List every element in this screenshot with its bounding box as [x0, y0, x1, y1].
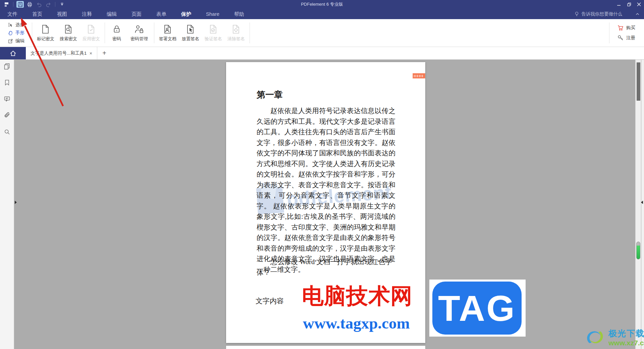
menu-page[interactable]: 页面: [124, 9, 149, 19]
home-icon: [9, 50, 17, 57]
hand-tool[interactable]: 手形: [8, 30, 24, 36]
protect-ribbon-toolbar: 选择 手形 编辑 标记密文 搜索密文 应用密文 密码: [0, 19, 644, 47]
key-icon: [618, 35, 624, 41]
sign-document-button[interactable]: 签署文档: [156, 19, 179, 47]
select-cursor-icon: [8, 22, 13, 28]
document-tab-title: 文字是人类用符号...和工具1: [31, 50, 88, 56]
menu-home[interactable]: 首页: [25, 9, 50, 19]
mark-redaction-icon: [41, 24, 51, 34]
select-tool[interactable]: 选择: [8, 22, 24, 28]
document-tab-bar: 文字是人类用符号...和工具1 × +: [0, 47, 644, 60]
divider: [154, 22, 154, 43]
content-label: 文字内容: [256, 296, 284, 306]
swirl-logo-icon: [584, 327, 606, 348]
scrollbar-thumb[interactable]: [637, 62, 640, 101]
minimize-button[interactable]: [614, 0, 624, 8]
search-panel-icon[interactable]: [3, 128, 11, 136]
home-tab-button[interactable]: [0, 47, 26, 59]
site-banner-name: 电脑技术网: [302, 281, 413, 311]
attachments-panel-icon[interactable]: [3, 112, 11, 119]
tab-close-icon[interactable]: ×: [88, 50, 94, 57]
chapter-heading: 第一章: [257, 89, 283, 101]
redo-button[interactable]: [45, 1, 52, 8]
tell-me-search[interactable]: 告诉我你想要做什么: [574, 11, 623, 17]
download-site-url: www.xz7.com: [608, 339, 644, 347]
validate-signature-icon: [208, 24, 218, 34]
title-bar: PDFelement 6 专业版: [0, 0, 644, 9]
main-workspace: 第一章 pdfelement 赵依依是人类用符号记录表达信息以传之久远的方式和工…: [0, 60, 644, 349]
mode-tools: 选择 手形 编辑: [8, 19, 30, 47]
menu-form[interactable]: 表单: [149, 9, 174, 19]
tag-logo-strip: TAG: [429, 280, 526, 337]
save-button[interactable]: [16, 1, 24, 8]
restore-button[interactable]: [624, 0, 634, 8]
app-logo-icon[interactable]: [3, 1, 10, 8]
menu-help[interactable]: 帮助: [227, 9, 252, 19]
menu-view[interactable]: 视图: [50, 9, 74, 19]
comments-panel-icon[interactable]: [3, 95, 11, 103]
download-site-badge: 极光下载站 www.xz7.com: [584, 327, 644, 348]
print-button[interactable]: [26, 1, 33, 8]
customize-toolbar-dropdown-icon[interactable]: [58, 1, 66, 8]
apply-redaction-icon: [86, 24, 96, 34]
menu-bar: 文件 首页 视图 注释 编辑 页面 表单 保护 Share 帮助 告诉我你想要做…: [0, 9, 644, 19]
body-paragraph-2: 怎么修改 Word 文档一打字就出现红色字体？: [257, 257, 395, 278]
document-tab[interactable]: 文字是人类用符号...和工具1 ×: [26, 47, 97, 59]
body-paragraph: 赵依依是人类用符号记录表达信息以传之久远的方式和工具。现代文字大多是记录语言的工…: [257, 106, 395, 275]
menu-comment[interactable]: 注释: [74, 9, 99, 19]
divider: [609, 22, 609, 43]
apply-redaction-button[interactable]: 应用密文: [80, 19, 103, 47]
expand-right-panel-arrow[interactable]: [641, 201, 643, 204]
tag-logo: TAG: [432, 282, 522, 335]
lightbulb-icon: [574, 11, 579, 16]
right-panel-strip: [641, 60, 644, 349]
menu-protect[interactable]: 保护: [174, 9, 199, 19]
clear-signature-icon: [231, 24, 241, 34]
password-manage-button[interactable]: 密码管理: [126, 19, 152, 47]
window-title: PDFelement 6 专业版: [0, 1, 644, 7]
edit-pencil-icon: [8, 39, 13, 44]
search-redaction-icon: [63, 24, 73, 34]
quick-access-toolbar: [0, 1, 66, 8]
cart-icon: [618, 25, 624, 31]
pdfelement-window: PDFelement 6 专业版 文件 首页 视图 注释 编辑 页面 表单 保护…: [0, 0, 644, 349]
validate-signature-button[interactable]: 验证签名: [202, 19, 225, 47]
vertical-scrollbar[interactable]: [635, 60, 641, 349]
register-button[interactable]: 注册: [618, 35, 635, 41]
password-button[interactable]: 密码: [107, 19, 126, 47]
download-site-name: 极光下载站: [608, 328, 644, 339]
place-signature-button[interactable]: 放置签名: [179, 19, 202, 47]
edit-tool[interactable]: 编辑: [8, 38, 24, 44]
divider: [13, 2, 13, 7]
divider: [55, 2, 55, 7]
watermark-ad-badge[interactable]: [413, 73, 425, 79]
sign-document-icon: [163, 24, 173, 34]
divider: [32, 22, 32, 43]
menu-share[interactable]: Share: [199, 9, 227, 19]
scrollbar-green-marker[interactable]: [636, 242, 640, 259]
collapse-ribbon-icon[interactable]: [636, 12, 639, 16]
window-controls: [614, 0, 644, 8]
site-banner-url: www.tagxp.com: [303, 314, 410, 332]
clear-signature-button[interactable]: 清除签名: [225, 19, 248, 47]
password-manage-icon: [134, 24, 144, 34]
divider: [250, 22, 250, 43]
menu-edit[interactable]: 编辑: [99, 9, 124, 19]
place-signature-icon: [185, 24, 196, 34]
search-redaction-button[interactable]: 搜索密文: [57, 19, 80, 47]
bookmarks-panel-icon[interactable]: [3, 79, 11, 86]
password-lock-icon: [112, 24, 122, 34]
divider: [105, 22, 105, 43]
menu-file[interactable]: 文件: [0, 9, 25, 19]
close-button[interactable]: [634, 0, 644, 8]
hand-icon: [8, 31, 13, 36]
undo-button[interactable]: [35, 1, 43, 8]
mark-redaction-button[interactable]: 标记密文: [34, 19, 57, 47]
thumbnails-panel-icon[interactable]: [3, 62, 11, 70]
left-panel-sidebar: [0, 60, 14, 349]
buy-button[interactable]: 购买: [618, 25, 635, 31]
pdf-page-2[interactable]: [226, 346, 425, 349]
new-tab-button[interactable]: +: [97, 47, 111, 59]
expand-left-panel-arrow[interactable]: [15, 201, 17, 204]
toolbar-right: 购买 注册: [607, 19, 644, 47]
